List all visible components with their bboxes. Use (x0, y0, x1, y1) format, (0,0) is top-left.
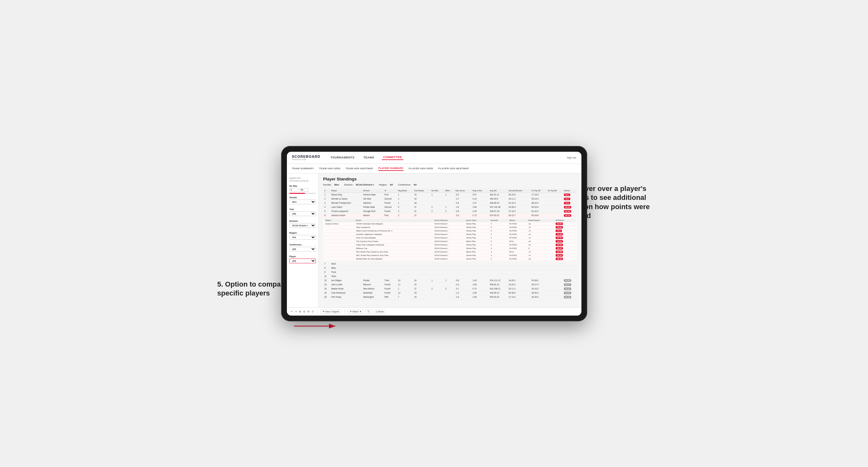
tab-team-h2h-heatmap[interactable]: TEAM H2H HEATMAP (345, 166, 373, 170)
expanded-event-row[interactable]: Mirabel Maui Jin IntercollegiateNCAA Div… (324, 257, 576, 260)
table-row[interactable]: 6Jackson KohonAuburnFirst227-2.02.72674-… (323, 213, 577, 217)
sign-out-link[interactable]: Sign out (567, 156, 576, 159)
no-rds-slider[interactable] (289, 193, 316, 194)
points-badge[interactable]: 70.2 (564, 202, 570, 204)
bottom-toolbar: ↩ ↪ ⊞ ⊟ ⚙ ⏱ 👁 View: Original 👁 Watch ▼ (287, 307, 582, 316)
table-row[interactable]: 22Ian GilliganFloridaThird102411-0.81.43… (323, 278, 577, 282)
expanded-event-row[interactable]: Williams CupNCAA Division IStroke Play3P… (324, 246, 576, 250)
points-badge[interactable]: 76.2 (564, 198, 570, 200)
filter-division: Division: NCAA Division I (344, 183, 374, 186)
undo-icon[interactable]: ↩ (291, 310, 293, 313)
chevron-down-icon: ▼ (359, 310, 362, 313)
col-player: Player (330, 189, 362, 193)
table-row[interactable]: 2Michael La SassoOle MissSecond118-2.73.… (323, 197, 577, 201)
w-points-badge[interactable]: 26.98 (556, 251, 563, 253)
gender-select[interactable]: Men (289, 199, 316, 204)
expanded-events-row: PlayerEventEvent DivisionEvent TypeRound… (323, 217, 577, 262)
w-points-badge[interactable]: 46.7 (556, 229, 562, 232)
expanded-event-row[interactable]: The Cypress Point ClassicNCAA Division I… (324, 240, 576, 243)
nav-committee[interactable]: COMMITTEE (382, 155, 403, 160)
table-row[interactable]: 23Jack LundinMissouriFourth1124-2.31.685… (323, 282, 577, 287)
nav-teams[interactable]: TEAMS (362, 155, 375, 160)
tab-player-h2h-heatmap[interactable]: PLAYER H2H HEATMAP (438, 166, 469, 170)
table-row[interactable]: 4Luke ClatonFlorida StateSecond52721-1.6… (323, 205, 577, 209)
w-points-badge[interactable]: 57.57 (556, 237, 563, 239)
table-row[interactable]: 21Teshi (323, 274, 577, 278)
points-badge[interactable]: 58.18 (564, 214, 571, 217)
tablet-screen: SCOREBOARD Powered by clipp TOURNAMENTS … (287, 152, 582, 316)
points-badge[interactable]: 68.2 (564, 193, 570, 196)
w-points-badge[interactable]: 73.33 (556, 233, 563, 236)
no-rds-to[interactable] (300, 188, 309, 192)
points-badge[interactable]: 60.27 (564, 283, 571, 286)
division-select[interactable]: NCAA Division I ▼ (289, 223, 316, 228)
points-badge[interactable]: 68.54 (564, 206, 571, 209)
col-conf-rank: Conf Rank (413, 189, 430, 193)
col-rank: # (323, 189, 330, 193)
clip-icon: 📎 (367, 310, 370, 313)
main-content: Update time: 27/01/2024 16:56:26 No Rds.… (287, 174, 582, 307)
no-rds-from[interactable] (289, 188, 298, 192)
tab-team-h2h-grid[interactable]: TEAM H2H GRID (319, 166, 340, 170)
tab-player-summary[interactable]: PLAYER SUMMARY (378, 166, 404, 171)
view-original-btn[interactable]: 👁 View: Original (321, 310, 341, 314)
w-points-badge[interactable]: 30.47 (556, 247, 563, 250)
tab-player-h2h-grid[interactable]: PLAYER H2H GRID (409, 166, 433, 170)
sidebar: Update time: 27/01/2024 16:56:26 No Rds.… (287, 174, 319, 307)
w-points-badge[interactable]: 53.60 (556, 226, 563, 228)
w-points-badge[interactable]: 66.40 (556, 257, 563, 260)
compare-arrow (294, 320, 339, 333)
points-badge[interactable]: 59.95 (564, 292, 571, 294)
redo-icon[interactable]: ↪ (295, 310, 297, 313)
clip-btn[interactable]: 📎 (365, 309, 372, 314)
points-badge[interactable]: 60.58 (564, 279, 571, 282)
col-points: Points (563, 189, 577, 193)
eye-icon: 👁 (322, 310, 325, 313)
points-badge[interactable]: 60.49 (564, 210, 571, 213)
region-select[interactable]: N/A (289, 235, 316, 240)
table-row[interactable]: 3Michael ThorbjornsenStanfordFourth118-2… (323, 201, 577, 205)
share-label: Share (378, 310, 384, 313)
expanded-event-row[interactable]: Jackson KohonUNCW Seahawk Intercollegiat… (324, 222, 576, 225)
year-label: Year (289, 208, 316, 210)
w-points-badge[interactable]: 62.64 (556, 222, 563, 225)
table-row[interactable]: 8Matu (323, 266, 577, 270)
table-row[interactable]: 24Bastien AmatNew MexicoFourth12722-3.70… (323, 287, 577, 291)
table-row[interactable]: 25Cole SherwoodVanderbiltFourth1223-1.21… (323, 291, 577, 295)
w-points-badge[interactable]: 56.18 (556, 254, 563, 257)
tablet-frame: SCOREBOARD Powered by clipp TOURNAMENTS … (281, 146, 587, 321)
points-badge[interactable]: 59.49 (564, 296, 571, 299)
expanded-event-row[interactable]: SEC Stroke Play hosted by Jerry PateNCAA… (324, 253, 576, 257)
conference-select[interactable]: (All) (289, 247, 316, 251)
toolbar-divider (317, 309, 317, 314)
share-icon: ⎙ (376, 310, 377, 313)
table-row[interactable]: 9Prest (323, 270, 577, 274)
table-row[interactable]: 5Christo LamprechtGeorgia TechFourth2212… (323, 209, 577, 213)
year-select[interactable]: (All) (289, 211, 316, 216)
player-select[interactable]: (All) (289, 258, 316, 263)
copy-icon[interactable]: ⊞ (299, 310, 301, 313)
nav-tournaments[interactable]: TOURNAMENTS (329, 155, 356, 160)
w-points-badge[interactable]: 56.50 (556, 244, 563, 246)
share-btn[interactable]: ⎙ Share (374, 310, 386, 314)
tab-team-summary[interactable]: TEAM SUMMARY (292, 166, 314, 170)
watch-btn[interactable]: 👁 Watch ▼ (348, 310, 364, 314)
table-area: Player Standings Gender: Men Division: N… (319, 174, 582, 307)
points-badge[interactable]: 60.02 (564, 287, 571, 290)
paste-icon[interactable]: ⊟ (303, 310, 305, 313)
w-points-badge[interactable]: 24.11 (556, 240, 563, 243)
expanded-event-row[interactable]: Tiger InvitationalNCAA Division IStroke … (324, 225, 576, 229)
sub-nav: TEAM SUMMARY TEAM H2H GRID TEAM H2H HEAT… (287, 164, 582, 174)
table-row[interactable]: 26Petr HrubyWashingtonFifth723-1.61.5656… (323, 295, 577, 299)
table-row[interactable]: 7Nichi (323, 262, 577, 266)
col-no-rds: No Rds. (430, 189, 444, 193)
expanded-event-row[interactable]: SEC Match Play hosted by Jerry PateNCAA … (324, 250, 576, 253)
table-row[interactable]: 1Wenyi DingArizona StateFirst11511-3.23.… (323, 192, 577, 197)
expanded-event-row[interactable]: Amer An IntercollegiateNCAA Division ISt… (324, 236, 576, 240)
watch-icon: 👁 (350, 310, 352, 313)
expanded-event-row[interactable]: Wake Forest Invitational at Pinehurst No… (324, 229, 576, 232)
expanded-event-row[interactable]: Fallen Oak Collegiate InvitationalNCAA D… (324, 243, 576, 246)
expanded-event-row[interactable]: Southern Highlands CollegiateNCAA Divisi… (324, 232, 576, 236)
settings-icon[interactable]: ⚙ (307, 310, 310, 313)
clock-icon[interactable]: ⏱ (311, 310, 314, 313)
